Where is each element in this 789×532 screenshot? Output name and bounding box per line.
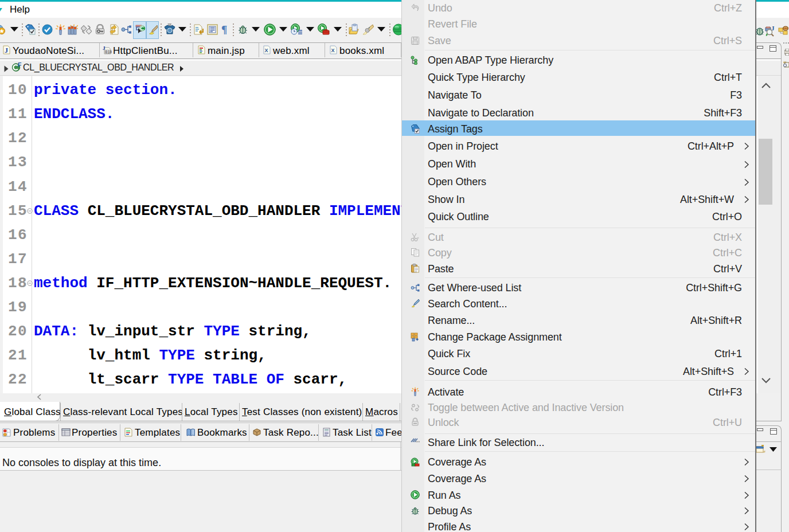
- svg-text:X: X: [331, 48, 335, 53]
- svg-text:010: 010: [106, 50, 112, 54]
- svg-text:F: F: [18, 62, 22, 68]
- svg-text:J: J: [5, 46, 8, 54]
- svg-text:¶: ¶: [221, 24, 227, 35]
- svg-text:X: X: [265, 48, 268, 53]
